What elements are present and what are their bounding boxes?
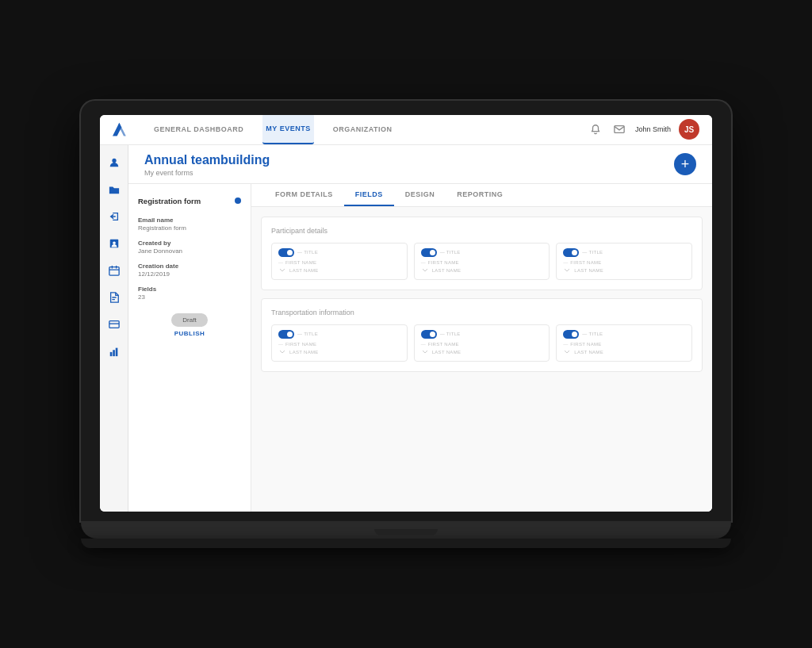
transport-lastname-3: LAST NAME bbox=[574, 350, 603, 355]
svg-rect-7 bbox=[109, 320, 118, 328]
transport-firstname-2: FIRST NAME bbox=[428, 342, 459, 347]
lastname-label-3: LAST NAME bbox=[574, 268, 603, 273]
content-panel: Annual teambuilding My event forms + Reg… bbox=[128, 145, 712, 512]
transport-field-1[interactable]: — TITLE — FIRST NAME bbox=[271, 324, 408, 362]
toggle-transport-1[interactable] bbox=[278, 330, 294, 339]
form-item-name: Registration form bbox=[138, 197, 201, 205]
participant-field-2[interactable]: — TITLE — FIRST NAME bbox=[414, 243, 550, 280]
transportation-section: Transportation information — TITLE bbox=[261, 298, 703, 372]
title-label-3: — TITLE bbox=[582, 250, 603, 255]
transportation-fields-grid: — TITLE — FIRST NAME bbox=[271, 324, 692, 362]
transport-lastname-1: LAST NAME bbox=[289, 350, 319, 355]
form-list-panel: Registration form Email name Registratio… bbox=[128, 184, 251, 512]
transport-lastname-2: LAST NAME bbox=[432, 350, 462, 355]
svg-rect-6 bbox=[109, 266, 118, 275]
toggle-on-3[interactable] bbox=[563, 248, 579, 257]
transport-title-label-3: — TITLE bbox=[582, 332, 603, 336]
nav-links: General Dashboard My Events Organization bbox=[151, 115, 588, 145]
created-by-section: Created by Jane Donnovan bbox=[138, 240, 241, 255]
transport-action-1[interactable] bbox=[278, 348, 286, 356]
nav-right: John Smith JS bbox=[588, 119, 699, 140]
tab-form-details[interactable]: Form Details bbox=[264, 184, 344, 206]
creation-date-section: Creation date 12/12/2019 bbox=[138, 263, 241, 278]
creation-date-label: Creation date bbox=[138, 263, 241, 270]
form-list-item[interactable]: Registration form bbox=[138, 194, 241, 209]
avatar[interactable]: JS bbox=[679, 119, 699, 140]
title-label-2: — TITLE bbox=[440, 250, 461, 255]
participant-field-3[interactable]: — TITLE — FIRST NAME bbox=[556, 243, 692, 280]
nav-my-events[interactable]: My Events bbox=[262, 115, 313, 145]
toggle-transport-3[interactable] bbox=[563, 330, 579, 339]
transport-action-3[interactable] bbox=[563, 348, 571, 356]
publish-button[interactable]: PUBLISH bbox=[174, 330, 205, 337]
created-by-label: Created by bbox=[138, 240, 241, 247]
transport-action-2[interactable] bbox=[421, 348, 429, 356]
transport-field-2[interactable]: — TITLE — FIRST NAME bbox=[414, 324, 550, 362]
svg-point-5 bbox=[113, 241, 116, 244]
person-icon[interactable] bbox=[106, 155, 122, 171]
email-name-value: Registration form bbox=[138, 224, 241, 232]
add-button[interactable]: + bbox=[674, 153, 696, 175]
toggle-on-1[interactable] bbox=[278, 248, 294, 257]
fields-value: 23 bbox=[138, 293, 241, 301]
contacts-icon[interactable] bbox=[106, 236, 122, 251]
transport-title-label-2: — TITLE bbox=[440, 332, 461, 336]
transport-firstname-3: FIRST NAME bbox=[570, 342, 601, 347]
email-name-label: Email name bbox=[138, 217, 241, 224]
action-icon-2[interactable] bbox=[421, 266, 429, 274]
laptop-base-bottom bbox=[81, 539, 731, 548]
lastname-label-1: LAST NAME bbox=[289, 268, 319, 273]
participant-details-section: Participant details — TITLE bbox=[261, 217, 703, 290]
svg-rect-8 bbox=[109, 351, 112, 355]
laptop-notch bbox=[374, 529, 438, 535]
main-content: Annual teambuilding My event forms + Reg… bbox=[100, 145, 712, 512]
participant-fields-grid: — TITLE — FIRST NAME bbox=[271, 243, 692, 280]
action-icon-3[interactable] bbox=[563, 266, 571, 274]
firstname-label-2: FIRST NAME bbox=[428, 260, 459, 265]
document-icon[interactable] bbox=[106, 289, 122, 305]
two-col-layout: Registration form Email name Registratio… bbox=[128, 184, 712, 512]
tab-fields[interactable]: Fields bbox=[344, 184, 394, 206]
action-icon-1[interactable] bbox=[278, 266, 286, 274]
top-navigation: General Dashboard My Events Organization bbox=[100, 115, 712, 145]
calendar-icon[interactable] bbox=[106, 263, 122, 278]
draft-button[interactable]: Draft bbox=[171, 313, 207, 327]
participant-field-1[interactable]: — TITLE — FIRST NAME bbox=[271, 243, 408, 280]
card-icon[interactable] bbox=[106, 316, 122, 332]
firstname-label-1: FIRST NAME bbox=[285, 260, 316, 265]
nav-organization[interactable]: Organization bbox=[330, 115, 396, 145]
toggle-on-2[interactable] bbox=[421, 248, 437, 257]
transport-firstname-1: FIRST NAME bbox=[285, 342, 316, 347]
page-title: Annual teambuilding bbox=[144, 153, 270, 167]
chart-icon[interactable] bbox=[106, 343, 122, 359]
fields-label: Fields bbox=[138, 286, 241, 293]
tab-design[interactable]: Design bbox=[394, 184, 446, 206]
svg-rect-10 bbox=[115, 347, 117, 356]
transport-field-3[interactable]: — TITLE — FIRST NAME bbox=[556, 324, 692, 362]
user-name: John Smith bbox=[635, 125, 671, 133]
login-icon[interactable] bbox=[106, 209, 122, 224]
firstname-label-3: FIRST NAME bbox=[570, 260, 601, 265]
lastname-label-2: LAST NAME bbox=[432, 268, 462, 273]
transportation-title: Transportation information bbox=[271, 309, 692, 316]
creation-date-value: 12/12/2019 bbox=[138, 270, 241, 278]
folder-icon[interactable] bbox=[106, 182, 122, 197]
app-logo bbox=[113, 121, 135, 138]
email-name-section: Email name Registration form bbox=[138, 217, 241, 232]
page-header: Annual teambuilding My event forms + bbox=[128, 145, 712, 184]
mail-icon[interactable] bbox=[611, 121, 627, 137]
fields-content: Participant details — TITLE bbox=[251, 207, 712, 512]
created-by-value: Jane Donnovan bbox=[138, 247, 241, 255]
nav-general-dashboard[interactable]: General Dashboard bbox=[151, 115, 247, 145]
notification-icon[interactable] bbox=[588, 121, 603, 137]
page-subtitle: My event forms bbox=[144, 169, 270, 177]
form-item-indicator bbox=[235, 197, 241, 204]
tab-reporting[interactable]: Reporting bbox=[446, 184, 514, 206]
svg-rect-9 bbox=[113, 350, 115, 356]
tabs-bar: Form Details Fields Design Reporting bbox=[251, 184, 712, 207]
svg-rect-2 bbox=[615, 126, 624, 133]
fields-section: Fields 23 bbox=[138, 286, 241, 301]
form-detail-panel: Form Details Fields Design Reporting Par… bbox=[251, 184, 712, 512]
toggle-transport-2[interactable] bbox=[421, 330, 437, 339]
svg-point-3 bbox=[112, 158, 116, 162]
